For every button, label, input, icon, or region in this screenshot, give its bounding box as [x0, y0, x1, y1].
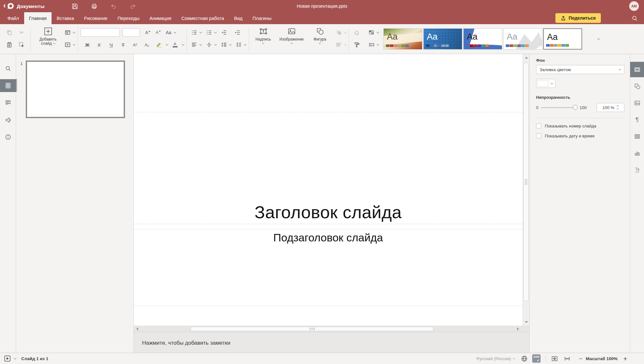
chevron-down-icon[interactable]: [244, 43, 246, 45]
color-scheme-button[interactable]: [367, 28, 376, 37]
highlight-color-button[interactable]: [154, 40, 164, 50]
back-button[interactable]: ‹: [0, 2, 6, 11]
scroll-down-arrow[interactable]: [523, 319, 529, 325]
set-language-globe-icon[interactable]: [521, 355, 528, 362]
vertical-scrollbar[interactable]: [523, 54, 529, 326]
language-selector[interactable]: Русский (Россия): [476, 356, 515, 361]
tab-file[interactable]: Файл: [3, 12, 24, 24]
font-color-button[interactable]: A: [170, 40, 180, 50]
chevron-down-icon[interactable]: [214, 43, 217, 45]
theme-thumbnail-1[interactable]: Aa: [383, 28, 422, 50]
superscript-button[interactable]: A²: [130, 40, 140, 50]
theme-thumbnail-2[interactable]: Aa: [423, 28, 462, 50]
font-name-combobox[interactable]: [81, 28, 120, 37]
paste-button[interactable]: [5, 40, 14, 50]
chevron-down-icon[interactable]: [174, 31, 176, 33]
show-date-time-checkbox[interactable]: [536, 133, 541, 138]
slide-size-button[interactable]: [367, 40, 376, 50]
horizontal-align-button[interactable]: [189, 40, 199, 50]
tab-animation[interactable]: Анимация: [145, 12, 176, 24]
preview-slideshow-button[interactable]: [63, 40, 72, 50]
slide-thumbnail[interactable]: [26, 61, 125, 118]
panel-table-settings-icon[interactable]: [630, 129, 644, 144]
subscript-button[interactable]: A₂: [142, 40, 152, 50]
horizontal-scrollbar[interactable]: [134, 326, 529, 332]
increase-indent-button[interactable]: [233, 28, 242, 37]
decrease-indent-button[interactable]: [219, 28, 229, 37]
chevron-down-icon[interactable]: [229, 43, 232, 45]
slide-layout-button[interactable]: [63, 28, 72, 37]
zoom-in-button[interactable]: +: [622, 355, 629, 362]
save-icon[interactable]: [71, 2, 79, 10]
tab-insert[interactable]: Вставка: [52, 12, 79, 24]
chevron-down-icon[interactable]: [73, 31, 75, 33]
background-color-button[interactable]: [536, 79, 555, 88]
tab-draw[interactable]: Рисование: [79, 12, 112, 24]
chevron-down-icon[interactable]: [199, 31, 202, 33]
avatar[interactable]: AM: [629, 1, 639, 11]
sidebar-feedback-icon[interactable]: [0, 113, 16, 126]
spellcheck-button[interactable]: АБВ ✓: [532, 354, 541, 363]
chevron-down-icon[interactable]: [199, 43, 202, 45]
chevron-down-icon[interactable]: [214, 31, 217, 33]
copy-style-button[interactable]: [352, 40, 361, 50]
bold-button[interactable]: Ж: [82, 40, 92, 50]
align-shape-button[interactable]: [334, 40, 344, 50]
sidebar-about-icon[interactable]: [0, 131, 16, 144]
notes-area[interactable]: Нажмите, чтобы добавить заметки: [134, 332, 529, 353]
fit-to-slide-button[interactable]: [551, 355, 558, 362]
line-spacing-button[interactable]: [219, 40, 229, 50]
theme-gallery-expand-button[interactable]: [594, 29, 603, 49]
chevron-down-icon[interactable]: [344, 43, 347, 45]
insert-shape-button[interactable]: Фигура: [308, 26, 332, 51]
scroll-right-arrow[interactable]: [515, 326, 521, 332]
font-size-combobox[interactable]: [122, 28, 140, 37]
redo-icon[interactable]: [129, 2, 137, 10]
opacity-spinbox[interactable]: 100 %: [597, 103, 624, 112]
insert-image-button[interactable]: Изображение: [275, 26, 308, 51]
bullets-button[interactable]: [189, 28, 199, 37]
share-button[interactable]: Поделиться: [555, 13, 601, 23]
numbering-button[interactable]: [204, 28, 214, 37]
fit-to-width-button[interactable]: [564, 355, 571, 362]
panel-textart-settings-icon[interactable]: Ta: [630, 163, 644, 177]
sidebar-slides-icon[interactable]: [0, 79, 16, 92]
chevron-down-icon[interactable]: [166, 43, 168, 45]
panel-shape-settings-icon[interactable]: [630, 79, 644, 93]
notes-placeholder[interactable]: Нажмите, чтобы добавить заметки: [142, 340, 230, 346]
theme-thumbnail-3[interactable]: Aa: [463, 28, 502, 50]
italic-button[interactable]: К: [94, 40, 104, 50]
spinner-arrows[interactable]: [617, 106, 619, 110]
slide-title-text[interactable]: Заголовок слайда: [134, 202, 523, 222]
tab-collaboration[interactable]: Совместная работа: [177, 12, 229, 24]
add-slide-button[interactable]: Добавить слайд: [33, 26, 63, 51]
start-slideshow-button[interactable]: [4, 355, 11, 362]
show-slide-number-checkbox[interactable]: [536, 123, 541, 128]
clear-style-button[interactable]: [352, 28, 361, 37]
cut-button[interactable]: ✂: [17, 28, 26, 37]
strikeout-button[interactable]: Т: [118, 40, 128, 50]
undo-icon[interactable]: [110, 2, 117, 10]
panel-splitter-handle[interactable]: [16, 79, 17, 92]
chevron-down-icon[interactable]: [377, 31, 379, 33]
insert-textbox-button[interactable]: T Надпись: [252, 26, 275, 51]
arrange-shape-button[interactable]: [334, 28, 344, 37]
chevron-down-icon[interactable]: [344, 31, 347, 33]
opacity-slider[interactable]: [541, 105, 577, 110]
tab-plugins[interactable]: Плагины: [248, 12, 276, 24]
decrease-font-button[interactable]: A: [153, 28, 163, 37]
panel-paragraph-settings-icon[interactable]: ¶: [630, 113, 644, 127]
theme-thumbnail-4[interactable]: Aa: [503, 28, 542, 50]
columns-button[interactable]: [234, 40, 244, 50]
select-all-button[interactable]: [17, 40, 26, 50]
slide-subtitle-text[interactable]: Подзаголовок слайда: [134, 231, 523, 244]
slider-knob[interactable]: [573, 105, 578, 110]
theme-thumbnail-5-selected[interactable]: Aa: [543, 28, 582, 50]
scroll-left-arrow[interactable]: [134, 326, 140, 332]
scroll-up-arrow[interactable]: [523, 55, 529, 61]
chevron-down-icon[interactable]: [182, 43, 184, 45]
app-logo-icon[interactable]: [7, 3, 14, 10]
sidebar-search-icon[interactable]: [0, 62, 16, 75]
panel-image-settings-icon[interactable]: [630, 96, 644, 110]
fill-type-select[interactable]: Заливка цветом: [536, 65, 624, 74]
